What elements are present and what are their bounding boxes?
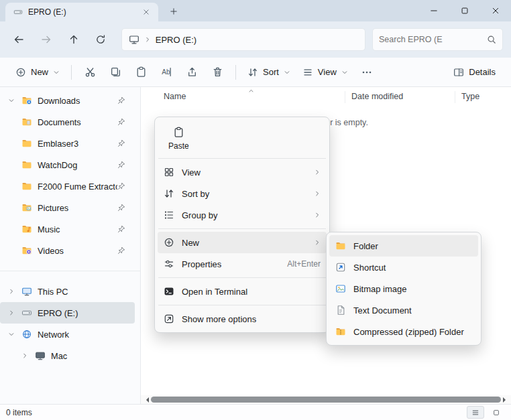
titlebar: EPRO (E:) [0, 0, 511, 21]
paste-button[interactable] [128, 62, 154, 83]
menu-item-properties[interactable]: Properties Alt+Enter [158, 253, 327, 275]
sort-button[interactable]: Sort [241, 62, 296, 83]
sidebar-item-videos[interactable]: Videos [0, 240, 135, 261]
rename-button[interactable] [154, 62, 179, 83]
tab-epro[interactable]: EPRO (E:) [5, 3, 158, 21]
view-grid-icon [164, 167, 174, 178]
minimize-button[interactable] [418, 0, 449, 21]
column-separator[interactable] [455, 91, 455, 103]
chevron-down-icon [53, 69, 60, 76]
refresh-button[interactable] [90, 28, 112, 51]
text-document-icon [335, 305, 346, 316]
submenu-item-folder[interactable]: Folder [329, 235, 478, 257]
tab-title: EPRO (E:) [28, 7, 134, 17]
menu-item-open-in-terminal[interactable]: Open in Terminal [158, 281, 327, 302]
pin-icon [117, 139, 125, 147]
sidebar-item-f2000-fume-extractor[interactable]: F2000 Fume Extractor [0, 176, 135, 197]
cut-button[interactable] [77, 62, 103, 83]
large-icons-view-toggle[interactable] [488, 406, 505, 419]
chevron-right-icon[interactable] [20, 352, 30, 359]
submenu-item-text-document[interactable]: Text Document [329, 299, 478, 321]
forward-button[interactable] [36, 28, 58, 51]
details-button[interactable]: Details [447, 62, 502, 83]
sidebar-item-epro-drive[interactable]: EPRO (E:) [0, 302, 135, 324]
menu-item-show-more-options[interactable]: Show more options [158, 308, 327, 330]
details-view-toggle[interactable] [467, 406, 484, 419]
column-header-name[interactable]: Name [164, 92, 186, 101]
paste-menu-button[interactable]: Paste [160, 121, 197, 155]
submenu-chevron-icon [314, 169, 321, 176]
menu-item-label: Show more options [182, 314, 256, 324]
sidebar-item-label: Network [38, 330, 131, 340]
chevron-right-icon[interactable] [7, 309, 16, 316]
breadcrumb[interactable]: EPRO (E:) [156, 35, 196, 45]
horizontal-scrollbar[interactable] [141, 395, 511, 404]
up-button[interactable] [62, 28, 84, 51]
copy-button[interactable] [103, 62, 128, 83]
address-bar[interactable]: EPRO (E:) [121, 28, 365, 51]
column-header-date-modified[interactable]: Date modified [351, 92, 403, 101]
share-button[interactable] [179, 62, 205, 83]
sidebar-item-network[interactable]: Network [0, 324, 135, 345]
maximize-button[interactable] [449, 0, 480, 21]
menu-item-new[interactable]: New [158, 232, 327, 253]
sidebar-item-pictures[interactable]: Pictures [0, 197, 135, 218]
column-header-type[interactable]: Type [461, 92, 479, 101]
command-toolbar: New Sort View Details [0, 58, 511, 87]
music-folder-icon [21, 224, 32, 234]
pictures-folder-icon [21, 202, 32, 213]
sort-icon [247, 67, 258, 78]
pin-icon [117, 182, 125, 190]
new-tab-button[interactable] [164, 3, 184, 20]
new-submenu: Folder Shortcut Bitmap image Text Docume… [326, 232, 481, 346]
folder-icon [21, 159, 32, 170]
scroll-left-arrow-icon[interactable] [144, 397, 149, 403]
chevron-right-icon[interactable] [7, 288, 16, 295]
submenu-item-shortcut[interactable]: Shortcut [329, 257, 478, 278]
folder-icon [21, 181, 32, 192]
search-input[interactable] [379, 35, 487, 44]
new-button[interactable]: New [9, 62, 66, 83]
sidebar-item-documents[interactable]: Documents [0, 111, 135, 133]
menu-item-view[interactable]: View [158, 161, 327, 183]
sidebar-item-label: Documents [38, 117, 117, 127]
sidebar-item-downloads[interactable]: Downloads [0, 90, 135, 111]
sidebar-item-label: F2000 Fume Extractor [38, 182, 117, 192]
folder-icon [335, 240, 346, 251]
pin-icon [117, 118, 125, 126]
menu-item-shortcut: Alt+Enter [287, 259, 321, 269]
file-explorer-window: EPRO (E:) EPRO (E:) New [0, 0, 511, 420]
menu-item-sort-by[interactable]: Sort by [158, 183, 327, 204]
window-controls [418, 0, 511, 21]
menu-separator [158, 228, 326, 229]
back-button[interactable] [8, 28, 30, 51]
menu-item-group-by[interactable]: Group by [158, 204, 327, 226]
tab-close-icon[interactable] [139, 5, 153, 19]
search-box[interactable] [372, 28, 503, 51]
close-button[interactable] [480, 0, 511, 21]
more-options-button[interactable] [354, 62, 380, 83]
scrollbar-thumb[interactable] [151, 397, 501, 403]
sidebar-item-mac[interactable]: Mac [0, 345, 135, 366]
sidebar-item-label: Emblaser3 [38, 139, 117, 149]
column-separator[interactable] [345, 91, 345, 103]
details-pane-icon [453, 67, 464, 78]
scroll-right-arrow-icon[interactable] [503, 397, 508, 403]
sidebar-item-this-pc[interactable]: This PC [0, 281, 135, 302]
submenu-chevron-icon [314, 190, 321, 197]
chevron-right-icon [144, 36, 151, 43]
view-button[interactable]: View [296, 62, 354, 83]
submenu-item-bitmap-image[interactable]: Bitmap image [329, 278, 478, 299]
videos-folder-icon [21, 245, 32, 256]
bitmap-image-icon [335, 283, 346, 294]
chevron-down-icon [284, 69, 290, 76]
sidebar-item-music[interactable]: Music [0, 218, 135, 240]
this-pc-icon [21, 286, 32, 297]
chevron-down-icon[interactable] [7, 331, 16, 338]
chevron-down-icon[interactable] [7, 97, 16, 104]
delete-button[interactable] [205, 62, 230, 83]
submenu-item-compressed-folder[interactable]: Compressed (zipped) Folder [329, 321, 478, 342]
sidebar-item-watchdog[interactable]: WatchDog [0, 154, 135, 176]
pin-icon [117, 225, 125, 233]
sidebar-item-emblaser3[interactable]: Emblaser3 [0, 133, 135, 154]
